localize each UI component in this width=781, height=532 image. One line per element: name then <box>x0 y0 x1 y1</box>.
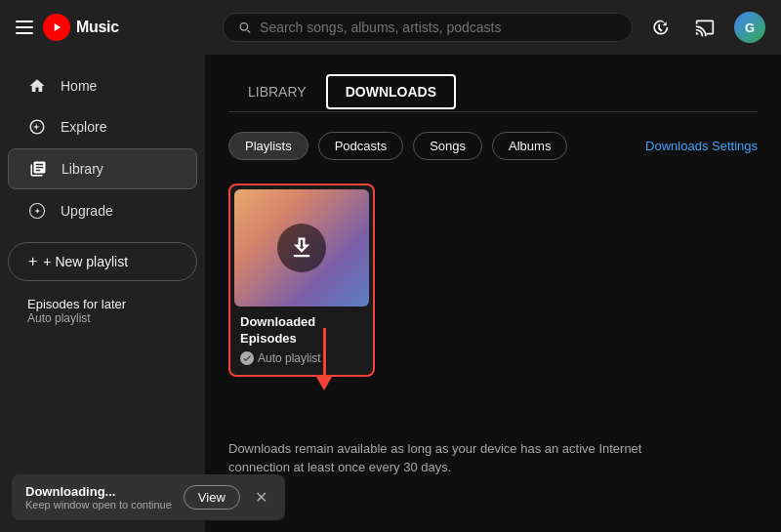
main-content: LIBRARY DOWNLOADS Playlists Podcasts Son… <box>205 55 781 532</box>
topbar-left: Music <box>16 14 211 41</box>
playlist-name: Episodes for later <box>27 297 178 311</box>
filter-pills: Playlists Podcasts Songs Albums <box>228 132 567 160</box>
pill-podcasts[interactable]: Podcasts <box>318 132 403 160</box>
logo-area: Music <box>43 14 119 41</box>
info-text: Downloads remain available as long as yo… <box>228 439 678 477</box>
card-thumbnail <box>234 189 369 307</box>
info-text-area: Downloads remain available as long as yo… <box>228 439 758 477</box>
search-icon <box>237 20 252 35</box>
toast-close-button[interactable]: ✕ <box>252 488 271 508</box>
search-bar[interactable] <box>223 13 633 42</box>
play-icon <box>50 20 63 34</box>
downloaded-episodes-card[interactable]: Downloaded Episodes Auto playlist <box>228 184 375 377</box>
upgrade-icon: ✦ <box>27 201 47 221</box>
library-icon <box>28 159 48 179</box>
sidebar-item-home[interactable]: Home <box>8 66 197 105</box>
sidebar-episodes-playlist[interactable]: Episodes for later Auto playlist <box>8 291 197 331</box>
playlist-sub: Auto playlist <box>27 311 178 325</box>
arrow-shaft <box>323 328 326 377</box>
sidebar-item-upgrade[interactable]: ✦ Upgrade <box>8 191 197 230</box>
downloads-settings-link[interactable]: Downloads Settings <box>645 139 758 153</box>
toast-title: Downloading... <box>25 484 172 499</box>
explore-icon <box>27 117 47 137</box>
plus-icon: + <box>28 253 37 270</box>
sidebar: Home Explore Library ✦ <box>0 55 205 532</box>
card-subtitle: Auto playlist <box>240 351 363 365</box>
topbar-icons: G <box>644 12 765 43</box>
sidebar-item-library[interactable]: Library <box>8 148 197 189</box>
history-icon[interactable] <box>644 12 676 43</box>
card-info: Downloaded Episodes Auto playlist <box>234 307 369 371</box>
tab-downloads[interactable]: DOWNLOADS <box>326 74 456 109</box>
tabs-row: LIBRARY DOWNLOADS <box>228 74 758 112</box>
content-area: Downloaded Episodes Auto playlist <box>228 184 758 477</box>
toast-view-button[interactable]: View <box>184 485 240 510</box>
card-title: Downloaded Episodes <box>240 314 363 348</box>
upgrade-label: Upgrade <box>61 203 113 219</box>
svg-text:✦: ✦ <box>34 207 41 216</box>
check-icon <box>240 351 254 365</box>
pill-playlists[interactable]: Playlists <box>228 132 308 160</box>
menu-icon[interactable] <box>16 20 33 34</box>
pill-songs[interactable]: Songs <box>413 132 482 160</box>
explore-label: Explore <box>61 119 106 135</box>
topbar: Music G <box>0 0 781 55</box>
avatar[interactable]: G <box>734 12 765 43</box>
youtube-logo-icon <box>43 14 70 41</box>
arrow-head <box>316 377 332 390</box>
cast-icon[interactable] <box>689 12 720 43</box>
library-label: Library <box>62 161 103 177</box>
pill-albums[interactable]: Albums <box>492 132 567 160</box>
search-input[interactable] <box>260 20 618 35</box>
download-circle-icon <box>277 224 326 272</box>
home-label: Home <box>61 78 97 94</box>
toast-text-area: Downloading... Keep window open to conti… <box>25 484 172 511</box>
home-icon <box>27 76 47 96</box>
filter-row: Playlists Podcasts Songs Albums Download… <box>228 132 758 160</box>
sidebar-item-explore[interactable]: Explore <box>8 107 197 146</box>
layout: Home Explore Library ✦ <box>0 55 781 532</box>
new-playlist-label: + New playlist <box>43 254 128 269</box>
app-title: Music <box>76 19 119 36</box>
download-toast: Downloading... Keep window open to conti… <box>12 474 285 520</box>
toast-subtitle: Keep window open to continue <box>25 499 172 511</box>
tab-library[interactable]: LIBRARY <box>228 74 326 112</box>
download-arrow-icon <box>288 234 315 262</box>
new-playlist-button[interactable]: + + New playlist <box>8 242 197 281</box>
red-arrow <box>316 328 332 390</box>
